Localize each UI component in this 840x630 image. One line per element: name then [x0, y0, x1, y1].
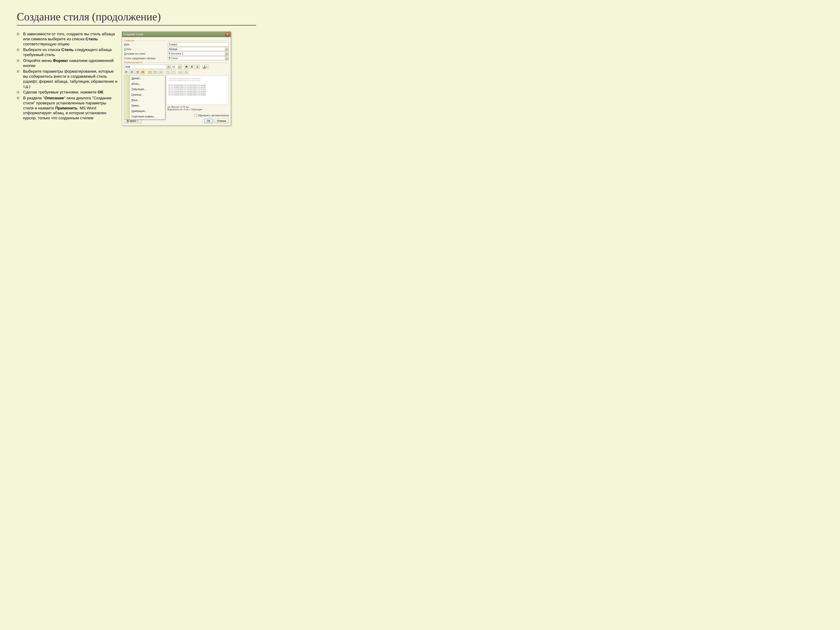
- menu-item-tabs[interactable]: Табуляция...: [124, 87, 165, 92]
- menu-item-font[interactable]: Шрифт...: [124, 76, 165, 81]
- preview-line: ий Сле хующий абзац Сле хующий абзац Сле…: [169, 92, 226, 94]
- list-item: В зависимости от того, создаете вы стиль…: [17, 32, 118, 46]
- bullets-column: В зависимости от того, создаете вы стиль…: [17, 32, 118, 126]
- list-item: В разделе "Описание" окна диалога "Созда…: [17, 96, 118, 120]
- preview-line: е бзац Пре ы-сущий абзац Пре ы-сущий абз…: [169, 77, 226, 79]
- cancel-button[interactable]: Отмена: [214, 118, 229, 123]
- style-dialog: Создание стиля ✕ Свойства Имя: Стиль1 Ст…: [122, 32, 231, 126]
- menu-item-language[interactable]: Язык...: [124, 98, 165, 103]
- label-name: Имя:: [124, 43, 166, 46]
- description-text: см, Выступ: 0,74 см, Выровнять по: 0 см …: [167, 106, 228, 111]
- label-next-style: Стиль следующего абзаца:: [124, 57, 166, 60]
- size-combo[interactable]: 12▾: [171, 65, 182, 69]
- menu-item-shortcut[interactable]: Сочетание клавиш...: [124, 114, 165, 119]
- chevron-down-icon[interactable]: ▾: [225, 52, 229, 55]
- font-combo[interactable]: Arial▾: [124, 65, 170, 69]
- preview-line: ий Сле хующий абзац Сле хующий абзац Сле…: [169, 84, 226, 86]
- preview-line: ий Сле хующий абзац Сле хующий абзац Сле…: [169, 88, 226, 90]
- italic-button[interactable]: К: [189, 65, 194, 69]
- preview-line: ,: [169, 82, 226, 84]
- slide: Создание стиля (продолжение) В зависимос…: [0, 0, 269, 202]
- chevron-down-icon[interactable]: ▾: [167, 65, 170, 68]
- dialog-titlebar[interactable]: Создание стиля ✕: [122, 32, 231, 37]
- spacing-2-icon[interactable]: [159, 70, 163, 74]
- spacing-1-icon[interactable]: [148, 70, 152, 74]
- indent-decrease-icon[interactable]: ⇤≡: [178, 70, 183, 74]
- align-center-icon[interactable]: [129, 70, 134, 74]
- preview-line: ий Сле хующий абзац Сле хующий абзац Сле…: [169, 86, 226, 88]
- chevron-down-icon[interactable]: ▾: [178, 65, 182, 68]
- preview-area: е бзац Пре ы-сущий абзац Пре ы-сущий абз…: [124, 76, 229, 113]
- menu-item-numbering[interactable]: Нумерация...: [124, 108, 165, 114]
- slide-title: Создание стиля (продолжение): [17, 11, 256, 23]
- list-item: Сделав требуемые установки, нажмите OK: [17, 90, 118, 95]
- list-item: Выберите параметры форматирования, котор…: [17, 69, 118, 89]
- space-before-icon[interactable]: *≡: [166, 70, 170, 74]
- ok-button[interactable]: ОК: [204, 118, 213, 123]
- space-after-icon[interactable]: ≡*: [171, 70, 176, 74]
- label-based-on: Основан на стиле:: [124, 52, 166, 55]
- chevron-down-icon[interactable]: ▾: [225, 57, 229, 60]
- list-item: Откройте меню Формат нажатием одноименно…: [17, 58, 118, 68]
- checkbox-icon[interactable]: [194, 114, 197, 117]
- input-name[interactable]: Стиль1: [168, 43, 229, 46]
- bold-button[interactable]: Ж: [184, 65, 189, 69]
- group-properties-label: Свойства: [124, 39, 229, 42]
- preview-line: е бзац Пре ы-сущий абзац Пре ы-сущий абз…: [169, 79, 226, 81]
- select-based-on[interactable]: ¶ Заголовок 2▾: [168, 52, 229, 56]
- title-underline: [17, 25, 256, 25]
- underline-button[interactable]: Ч: [195, 65, 200, 69]
- chevron-down-icon: ▼: [137, 120, 139, 122]
- preview-line: ий Сле хующий абзац Сле хующий абзац Сле…: [169, 94, 226, 96]
- label-style: Стиль:: [124, 48, 166, 51]
- content-columns: В зависимости от того, создаете вы стиль…: [17, 32, 256, 126]
- row-based-on: Основан на стиле: ¶ Заголовок 2▾: [124, 52, 229, 56]
- menu-item-frame[interactable]: Рамка...: [124, 103, 165, 108]
- menu-item-paragraph[interactable]: Абзац...: [124, 81, 165, 87]
- format-menu: Шрифт... Абзац... Табуляция... Граница..…: [124, 76, 165, 120]
- list-item: Выберите из списка Стиль следующего абза…: [17, 47, 118, 57]
- dialog-title: Создание стиля: [123, 33, 143, 36]
- chevron-down-icon[interactable]: ▾: [225, 47, 229, 51]
- preview-line: ий Сле хующий абзац Сле хующий абзац Сле…: [169, 90, 226, 92]
- menu-item-border[interactable]: Граница...: [124, 92, 165, 98]
- align-justify-icon[interactable]: [141, 70, 145, 74]
- align-left-icon[interactable]: [124, 70, 129, 74]
- dialog-column: Создание стиля ✕ Свойства Имя: Стиль1 Ст…: [122, 32, 256, 126]
- indent-increase-icon[interactable]: ⇥≡: [184, 70, 188, 74]
- preview-box: е бзац Пре ы-сущий абзац Пре ы-сущий абз…: [166, 76, 229, 105]
- font-color-button[interactable]: А▾: [202, 65, 208, 69]
- bullet-list: В зависимости от того, создаете вы стиль…: [17, 32, 118, 120]
- row-next-style: Стиль следующего абзаца: ¶ Стиль1▾: [124, 56, 229, 60]
- dialog-body: Свойства Имя: Стиль1 Стиль: Абзаца▾ Осно…: [122, 37, 231, 125]
- paragraph-toolbar: *≡ ≡* ⇤≡ ⇥≡: [124, 70, 229, 74]
- auto-update-checkbox[interactable]: Обновлять автоматически: [194, 114, 229, 117]
- row-style: Стиль: Абзаца▾: [124, 47, 229, 51]
- row-name: Имя: Стиль1: [124, 43, 229, 46]
- spacing-1-5-icon[interactable]: [153, 70, 158, 74]
- close-icon[interactable]: ✕: [225, 33, 229, 36]
- group-formatting-label: Форматирование: [124, 61, 229, 64]
- select-next-style[interactable]: ¶ Стиль1▾: [168, 56, 229, 60]
- font-toolbar: Arial▾ 12▾ Ж К Ч А▾: [124, 65, 229, 69]
- select-style[interactable]: Абзаца▾: [168, 47, 229, 51]
- align-right-icon[interactable]: [135, 70, 140, 74]
